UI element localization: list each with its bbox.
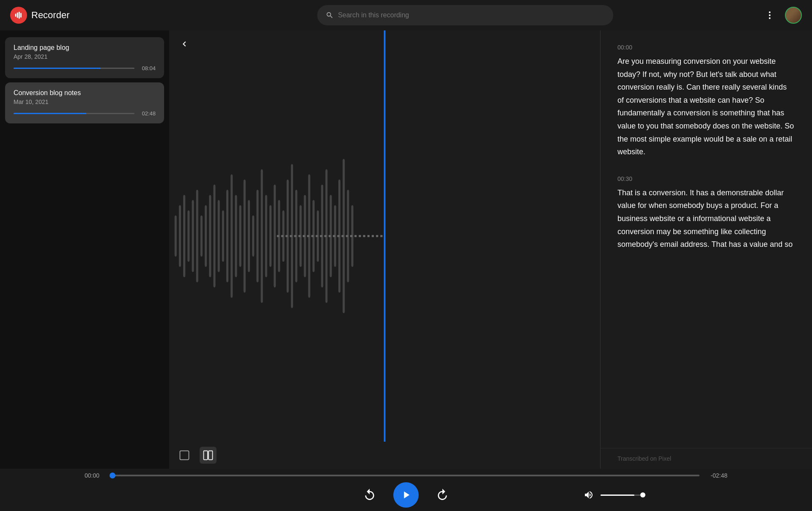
progress-track-2 xyxy=(14,113,134,114)
transcript-timestamp-2: 00:30 xyxy=(617,175,795,182)
forward-button[interactable] xyxy=(432,485,453,505)
svg-rect-8 xyxy=(179,205,181,267)
transcript-block-1: 00:00 Are you measuring conversion on yo… xyxy=(617,44,795,158)
view-controls xyxy=(169,442,600,469)
volume-button[interactable] xyxy=(580,486,597,503)
progress-fill-2 xyxy=(14,113,86,114)
svg-rect-3 xyxy=(20,13,22,18)
rewind-button[interactable] xyxy=(359,485,380,505)
svg-rect-7 xyxy=(175,216,177,257)
top-bar-actions xyxy=(751,7,802,24)
svg-rect-14 xyxy=(205,205,207,267)
split-view-button[interactable] xyxy=(200,447,217,464)
player-progress-row: 00:00 -02:48 xyxy=(85,472,727,479)
svg-rect-24 xyxy=(248,200,250,272)
transcript-block-2: 00:30 That is a conversion. It has a dem… xyxy=(617,175,795,251)
volume-thumb[interactable] xyxy=(640,492,645,497)
progress-time-2: 02:48 xyxy=(139,110,156,117)
svg-rect-11 xyxy=(192,200,194,272)
avatar-image xyxy=(786,8,801,23)
transcript-text-2: That is a conversion. It has a demonstra… xyxy=(617,186,795,251)
transcribed-on-pixel-label: Transcribed on Pixel xyxy=(617,455,671,462)
player-track[interactable] xyxy=(112,475,700,476)
svg-rect-1 xyxy=(17,13,18,18)
svg-rect-21 xyxy=(235,195,237,277)
svg-rect-12 xyxy=(196,190,198,282)
waveform-panel xyxy=(169,30,601,469)
search-input-wrapper[interactable] xyxy=(317,5,613,25)
transcript-text-1: Are you measuring conversion on your web… xyxy=(617,55,795,158)
recording-title-1: Landing page blog xyxy=(14,44,156,52)
app-title: Recorder xyxy=(31,10,69,21)
main-content: Landing page blog Apr 28, 2021 08:04 Con… xyxy=(0,30,812,469)
svg-rect-2 xyxy=(19,12,20,19)
top-bar: Recorder xyxy=(0,0,812,30)
svg-point-6 xyxy=(769,17,771,19)
search-icon xyxy=(326,11,334,19)
avatar[interactable] xyxy=(785,7,802,24)
svg-rect-30 xyxy=(274,185,276,287)
svg-rect-10 xyxy=(187,210,189,262)
svg-rect-26 xyxy=(256,190,258,282)
player-current-time: 00:00 xyxy=(85,472,106,479)
play-button[interactable] xyxy=(393,482,419,508)
svg-rect-15 xyxy=(209,195,211,277)
sidebar: Landing page blog Apr 28, 2021 08:04 Con… xyxy=(0,30,169,469)
svg-rect-29 xyxy=(269,205,272,267)
progress-fill-1 xyxy=(14,68,101,69)
svg-rect-19 xyxy=(226,190,228,282)
svg-rect-22 xyxy=(239,205,241,267)
svg-rect-0 xyxy=(15,14,16,16)
recording-title-2: Conversion blog notes xyxy=(14,89,156,97)
transcript-content: 00:00 Are you measuring conversion on yo… xyxy=(601,30,812,448)
search-input[interactable] xyxy=(338,11,605,19)
svg-rect-27 xyxy=(261,169,263,303)
search-bar xyxy=(179,5,751,25)
player-controls-row xyxy=(359,482,453,508)
more-options-button[interactable] xyxy=(761,7,778,24)
single-view-button[interactable] xyxy=(176,447,193,464)
app-logo-icon xyxy=(10,7,27,24)
recording-date-1: Apr 28, 2021 xyxy=(14,53,156,60)
transcript-timestamp-1: 00:00 xyxy=(617,44,795,51)
progress-track-1 xyxy=(14,68,134,69)
transcript-panel: 00:00 Are you measuring conversion on yo… xyxy=(601,30,812,469)
recording-card-2[interactable]: Conversion blog notes Mar 10, 2021 02:48 xyxy=(5,82,164,123)
svg-point-5 xyxy=(769,14,771,16)
player-controls-container xyxy=(85,482,727,508)
app-logo: Recorder xyxy=(10,7,179,24)
waveform-area xyxy=(169,30,600,442)
player-thumb[interactable] xyxy=(110,473,115,478)
svg-rect-16 xyxy=(213,185,215,287)
svg-rect-13 xyxy=(200,216,203,257)
volume-fill xyxy=(601,495,634,496)
svg-rect-53 xyxy=(204,451,208,460)
transcript-footer: Transcribed on Pixel xyxy=(601,448,812,469)
player-remaining-time: -02:48 xyxy=(706,472,727,479)
recording-card-1[interactable]: Landing page blog Apr 28, 2021 08:04 xyxy=(5,37,164,78)
svg-rect-54 xyxy=(208,451,212,460)
svg-rect-18 xyxy=(222,210,224,262)
svg-rect-52 xyxy=(180,451,189,460)
svg-rect-23 xyxy=(244,180,246,293)
progress-time-1: 08:04 xyxy=(139,65,156,71)
svg-point-4 xyxy=(769,11,771,13)
player-bar: 00:00 -02:48 xyxy=(0,469,812,511)
svg-rect-9 xyxy=(183,195,185,277)
svg-rect-20 xyxy=(230,175,233,298)
volume-row xyxy=(580,486,643,503)
svg-rect-17 xyxy=(218,200,220,272)
recording-date-2: Mar 10, 2021 xyxy=(14,98,156,105)
volume-track[interactable] xyxy=(601,495,643,496)
svg-rect-25 xyxy=(252,216,254,257)
waveform-svg xyxy=(169,30,600,442)
svg-rect-28 xyxy=(265,195,267,277)
